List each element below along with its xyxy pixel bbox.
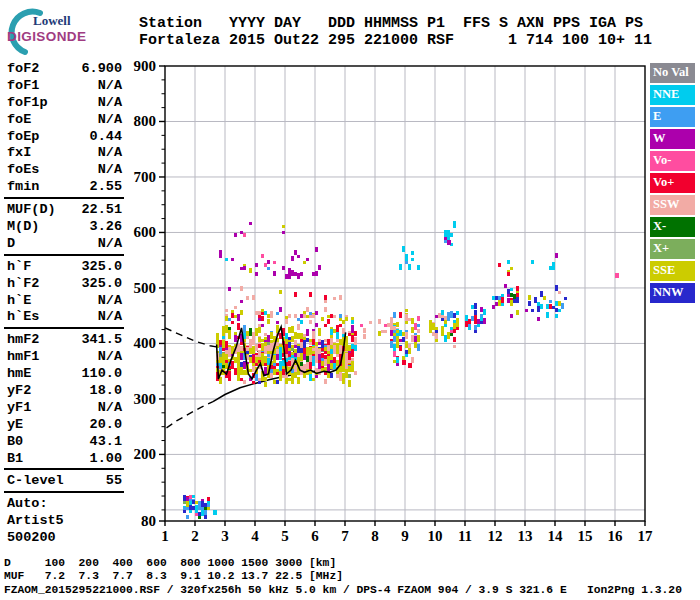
- param-label: foE: [7, 112, 31, 127]
- legend-item-nne: NNE: [650, 85, 695, 105]
- x-tick-label: 6: [311, 528, 319, 544]
- param-label: hmF2: [7, 332, 39, 347]
- echo-cluster-second-hop-10mhz: [429, 310, 459, 348]
- param-row-hf2: h`F2325.0: [4, 275, 124, 292]
- param-label: MUF(D): [7, 202, 56, 217]
- echo-cluster-cluster-11mhz: [465, 303, 486, 333]
- param-label: M(D): [7, 219, 39, 234]
- legend-item-noval: No Val: [650, 63, 695, 83]
- legend-item-nnw: NNW: [650, 283, 695, 303]
- echo-cluster-cluster-12mhz: [492, 284, 519, 318]
- legend-item-vo-: Vo-: [650, 151, 695, 171]
- param-row-yf2: yF218.0: [4, 382, 124, 399]
- param-value: N/A: [98, 236, 122, 251]
- parameter-panel: foF26.900foF1N/AfoF1pN/AfoEN/AfoEp0.44fx…: [4, 60, 124, 546]
- header-column-titles: Station YYYY DAY DDD HHMMSS P1 FFS S AXN…: [139, 16, 643, 31]
- param-value: N/A: [98, 162, 122, 177]
- param-value: 55: [106, 473, 122, 488]
- echo-cluster-f-region-spread-main: [216, 323, 357, 387]
- param-label: D: [7, 236, 15, 251]
- y-tick-label: 500: [134, 280, 157, 296]
- param-row-fof1: foF1N/A: [4, 77, 124, 94]
- param-label: hmF1: [7, 349, 39, 364]
- echo-cluster-e-region-echoes: [183, 495, 210, 519]
- param-label: fmin: [7, 179, 39, 194]
- x-tick-label: 4: [251, 528, 259, 544]
- param-row-hf: h`F325.0: [4, 258, 124, 275]
- param-row-he: h`EN/A: [4, 292, 124, 309]
- param-value: N/A: [98, 293, 122, 308]
- param-row-yf1: yF1N/A: [4, 399, 124, 416]
- param-row-fof2: foF26.900: [4, 60, 124, 77]
- param-row-foe: foEN/A: [4, 111, 124, 128]
- axes-ticks-labels: 9008007006005004003002008012345678910111…: [134, 58, 654, 544]
- x-tick-label: 9: [401, 528, 409, 544]
- echo-cluster-second-hop-9mhz: [390, 309, 420, 366]
- y-tick-label: 600: [134, 224, 157, 240]
- param-label: foEs: [7, 162, 39, 177]
- param-value: N/A: [98, 112, 122, 127]
- param-label: B0: [7, 434, 23, 449]
- param-value: 325.0: [81, 259, 122, 274]
- param-value: N/A: [98, 349, 122, 364]
- x-tick-label: 13: [518, 528, 533, 544]
- logo-digisonde-text: DIGISONDE: [7, 29, 86, 44]
- legend-item-sse: SSE: [650, 261, 695, 281]
- ionogram-viewer: 9008007006005004003002008012345678910111…: [0, 0, 700, 600]
- echo-cluster-cyan-9mhz-high: [399, 246, 420, 270]
- x-tick-label: 12: [488, 528, 503, 544]
- param-row-d: DN/A: [4, 235, 124, 252]
- param-label: h`F: [7, 259, 31, 274]
- param-value: 20.0: [90, 417, 122, 432]
- param-row-fxi: fxIN/A: [4, 144, 124, 161]
- legend-item-w: W: [650, 129, 695, 149]
- doppler-direction-legend: No ValNNEEWVo-Vo+SSWX-X+SSENNW: [650, 63, 695, 305]
- param-label: fxI: [7, 145, 31, 160]
- echo-cluster-f-region-upper-fringe: [225, 307, 354, 327]
- x-tick-label: 17: [638, 528, 654, 544]
- y-tick-label: 200: [134, 446, 157, 462]
- param-value: 0.44: [90, 129, 122, 144]
- param-label: yF1: [7, 400, 31, 415]
- param-row-hes: h`EsN/A: [4, 308, 124, 325]
- muf-row: MUF 7.2 7.3 7.7 8.3 9.1 10.2 13.7 22.5 […: [4, 570, 343, 582]
- param-label: foF1p: [7, 95, 48, 110]
- param-value: 3.26: [90, 219, 122, 234]
- param-label: foF2: [7, 61, 39, 76]
- param-value: 110.0: [81, 366, 122, 381]
- param-row-fmin: fmin2.55: [4, 178, 124, 195]
- x-tick-label: 1: [161, 528, 169, 544]
- param-value: N/A: [98, 400, 122, 415]
- x-tick-label: 5: [281, 528, 289, 544]
- param-value: 341.5: [81, 332, 122, 347]
- legend-item-x+: X+: [650, 239, 695, 259]
- x-tick-label: 10: [428, 528, 443, 544]
- auto-line: Artist5: [4, 512, 124, 529]
- legend-item-ssw: SSW: [650, 195, 695, 215]
- legend-item-x-: X-: [650, 217, 695, 237]
- param-row-foes: foEsN/A: [4, 161, 124, 178]
- x-tick-label: 16: [608, 528, 624, 544]
- legend-item-vo+: Vo+: [650, 173, 695, 193]
- param-label: h`F2: [7, 276, 39, 291]
- param-row-b0: B043.1: [4, 433, 124, 450]
- x-tick-label: 3: [221, 528, 229, 544]
- x-tick-label: 8: [371, 528, 379, 544]
- param-row-mufd: MUF(D)22.51: [4, 201, 124, 218]
- param-label: yE: [7, 417, 23, 432]
- param-label: h`E: [7, 293, 31, 308]
- legend-item-e: E: [650, 107, 695, 127]
- panel-divider: [4, 254, 124, 256]
- param-value: 325.0: [81, 276, 122, 291]
- x-tick-label: 15: [578, 528, 593, 544]
- param-row-ye: yE20.0: [4, 416, 124, 433]
- echo-cluster-w-band: [219, 247, 321, 279]
- param-label: B1: [7, 451, 23, 466]
- x-tick-label: 7: [341, 528, 349, 544]
- x-tick-label: 11: [458, 528, 472, 544]
- y-tick-label: 800: [134, 113, 157, 129]
- lowell-digisonde-logo: Lowell DIGISONDE: [2, 5, 117, 57]
- plot-grid: [165, 66, 645, 521]
- y-tick-label: 400: [134, 335, 157, 351]
- notable-echo-points: [213, 240, 619, 515]
